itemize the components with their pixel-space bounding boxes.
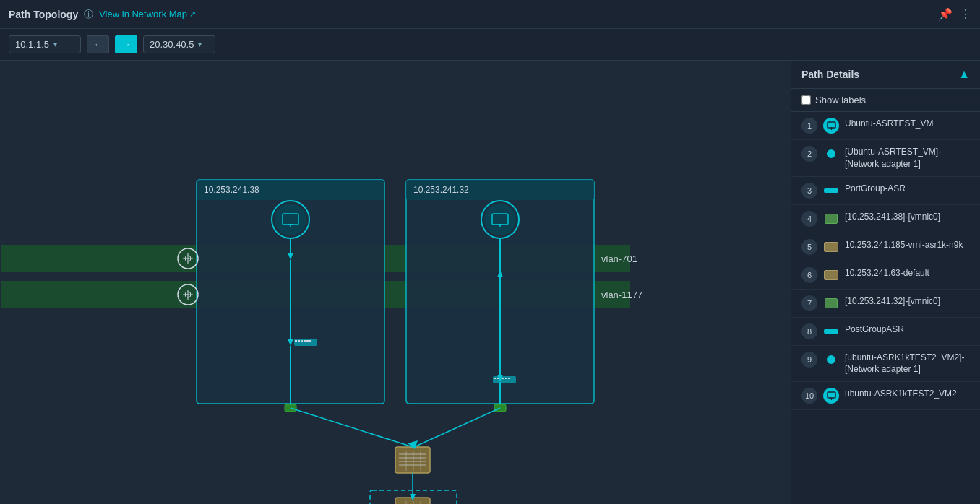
node2-ip-label: 10.253.241.32 bbox=[413, 185, 469, 195]
svg-rect-28 bbox=[494, 378, 496, 379]
path-item-label: Ubuntu-ASRTEST_VM bbox=[845, 118, 970, 130]
path-item: 4[10.253.241.38]-[vmnic0] bbox=[791, 205, 980, 233]
panel-title: Path Details bbox=[801, 69, 859, 80]
path-item: 3PortGroup-ASR bbox=[791, 177, 980, 205]
svg-rect-25 bbox=[306, 340, 309, 342]
path-item-number: 2 bbox=[801, 146, 817, 162]
vlan1177-label: vlan-1177 bbox=[601, 290, 642, 300]
svg-rect-50 bbox=[395, 447, 430, 473]
svg-rect-31 bbox=[502, 378, 504, 379]
svg-rect-26 bbox=[309, 340, 311, 342]
path-item: 610.253.241.63-default bbox=[791, 261, 980, 290]
path-item-number: 3 bbox=[801, 183, 817, 199]
svg-rect-73 bbox=[828, 122, 835, 128]
path-item-number: 7 bbox=[801, 295, 817, 311]
path-item-number: 5 bbox=[801, 239, 817, 255]
path-item-label: PostGroupASR bbox=[845, 323, 970, 336]
node1-ip-label: 10.253.241.38 bbox=[204, 185, 259, 195]
path-item: 510.253.241.185-vrni-asr1k-n9k bbox=[791, 233, 980, 261]
show-labels-row: Show labels bbox=[791, 89, 980, 112]
dest-ip-dropdown[interactable]: 20.30.40.5 ▾ bbox=[143, 35, 215, 53]
monitor-icon bbox=[823, 118, 839, 134]
header-icons: 📌 ⋮ bbox=[938, 7, 971, 21]
path-items-list: 1 Ubuntu-ASRTEST_VM2[Ubuntu-ASRTEST_VM]-… bbox=[791, 112, 980, 410]
pin-button[interactable]: 📌 bbox=[938, 7, 953, 21]
path-item-label: 10.253.241.185-vrni-asr1k-n9k bbox=[845, 239, 970, 251]
svg-rect-21 bbox=[295, 340, 297, 342]
path-item-label: [ubuntu-ASRK1kTEST2_VM2]-[Network adapte… bbox=[845, 352, 970, 376]
source-ip-dropdown[interactable]: 10.1.1.5 ▾ bbox=[9, 35, 81, 53]
info-icon[interactable]: ⓘ bbox=[84, 8, 93, 21]
path-item-number: 4 bbox=[801, 211, 817, 227]
path-item-number: 9 bbox=[801, 352, 817, 368]
forward-direction-button[interactable]: → bbox=[115, 35, 137, 53]
svg-rect-27 bbox=[493, 376, 516, 383]
topology-svg: 10.253.241.38 10.253.241.32 bbox=[0, 61, 791, 504]
path-item: 10 ubuntu-ASRK1kTEST2_VM2 bbox=[791, 382, 980, 410]
more-options-button[interactable]: ⋮ bbox=[960, 7, 971, 21]
path-item-number: 10 bbox=[801, 388, 817, 404]
path-item-label: ubuntu-ASRK1kTEST2_VM2 bbox=[845, 388, 970, 400]
svg-point-13 bbox=[484, 204, 516, 235]
right-panel: Path Details ▲ Show labels 1 Ubuntu-ASRT… bbox=[791, 61, 980, 504]
svg-rect-29 bbox=[497, 378, 499, 379]
path-item-label: PortGroup-ASR bbox=[845, 183, 970, 195]
vlan701-label: vlan-701 bbox=[601, 253, 637, 264]
show-labels-text: Show labels bbox=[815, 95, 866, 105]
dash-icon bbox=[823, 323, 839, 339]
header: Path Topology ⓘ View in Network Map ↗ 📌 … bbox=[0, 0, 980, 29]
main-area: 10.253.241.38 10.253.241.32 bbox=[0, 61, 980, 504]
path-item-label: [10.253.241.32]-[vmnic0] bbox=[845, 295, 970, 308]
header-left: Path Topology ⓘ View in Network Map ↗ bbox=[9, 8, 196, 21]
svg-rect-32 bbox=[505, 378, 507, 379]
panel-header: Path Details ▲ bbox=[791, 61, 980, 89]
svg-rect-76 bbox=[828, 392, 835, 398]
path-item-number: 8 bbox=[801, 323, 817, 339]
source-dropdown-arrow: ▾ bbox=[53, 40, 57, 48]
canvas-area: 10.253.241.38 10.253.241.32 bbox=[0, 61, 791, 504]
dash-icon bbox=[823, 183, 839, 199]
svg-rect-33 bbox=[508, 378, 510, 379]
back-direction-button[interactable]: ← bbox=[87, 35, 109, 53]
dot-icon bbox=[823, 146, 839, 162]
router-icon bbox=[823, 267, 839, 283]
view-in-network-map-link[interactable]: View in Network Map ↗ bbox=[99, 9, 196, 19]
svg-point-8 bbox=[275, 204, 306, 235]
svg-rect-23 bbox=[301, 340, 303, 342]
dot-icon bbox=[823, 352, 839, 368]
path-item: 2[Ubuntu-ASRTEST_VM]-[Network adapter 1] bbox=[791, 140, 980, 177]
vmnic-icon bbox=[823, 211, 839, 227]
path-item-label: [10.253.241.38]-[vmnic0] bbox=[845, 211, 970, 223]
dest-dropdown-arrow: ▾ bbox=[198, 40, 202, 48]
show-labels-checkbox[interactable] bbox=[801, 95, 811, 105]
vmnic-icon bbox=[823, 295, 839, 311]
panel-collapse-button[interactable]: ▲ bbox=[958, 68, 970, 81]
svg-rect-22 bbox=[298, 340, 300, 342]
path-item-number: 6 bbox=[801, 267, 817, 283]
path-item: 7[10.253.241.32]-[vmnic0] bbox=[791, 290, 980, 318]
monitor-icon bbox=[823, 388, 839, 404]
svg-rect-20 bbox=[294, 339, 317, 346]
router-icon bbox=[823, 239, 839, 255]
toolbar: 10.1.1.5 ▾ ← → 20.30.40.5 ▾ bbox=[0, 29, 980, 61]
path-item: 9[ubuntu-ASRK1kTEST2_VM2]-[Network adapt… bbox=[791, 346, 980, 383]
path-item-number: 1 bbox=[801, 118, 817, 134]
svg-rect-24 bbox=[304, 340, 306, 342]
path-item-label: 10.253.241.63-default bbox=[845, 267, 970, 279]
path-item: 8PostGroupASR bbox=[791, 318, 980, 346]
page-title: Path Topology bbox=[9, 9, 78, 20]
path-item: 1 Ubuntu-ASRTEST_VM bbox=[791, 112, 980, 140]
path-item-label: [Ubuntu-ASRTEST_VM]-[Network adapter 1] bbox=[845, 146, 970, 170]
